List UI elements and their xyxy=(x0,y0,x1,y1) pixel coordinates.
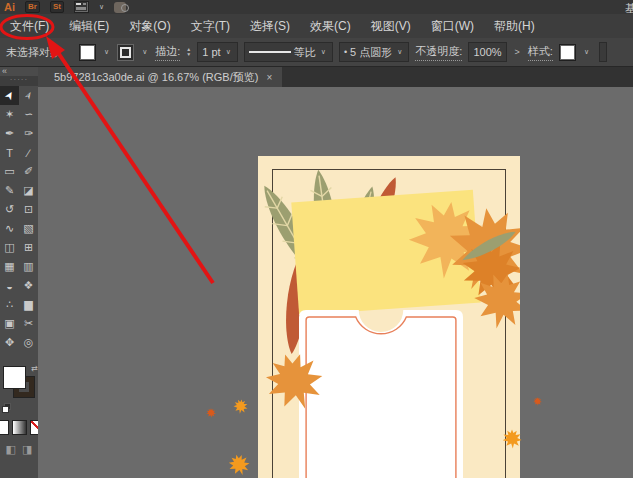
tool-magic-wand[interactable]: ✶ xyxy=(0,105,19,124)
tool-shaper[interactable]: ✎ xyxy=(0,181,19,200)
selection-icon: ➤ xyxy=(2,88,18,102)
variable-width-profile-dropdown[interactable]: 等比 ∨ xyxy=(244,42,333,62)
stroke-weight-field[interactable]: 1 pt ∨ xyxy=(197,42,237,62)
workspace-switcher-partial[interactable]: 基 xyxy=(625,1,633,16)
close-tab-icon[interactable]: × xyxy=(266,72,272,83)
perspective-grid-icon: ⊞ xyxy=(24,241,33,254)
opacity-field[interactable]: 100% xyxy=(468,42,506,62)
document-tab[interactable]: 5b97281c3a0de.ai @ 16.67% (RGB/预览) × xyxy=(38,67,282,87)
tool-scale[interactable]: ⊡ xyxy=(19,200,38,219)
menu-item-type[interactable]: 文字(T) xyxy=(181,18,240,35)
fill-color-swatch[interactable] xyxy=(79,44,96,61)
bridge-button[interactable]: Br xyxy=(25,1,40,13)
arrange-documents-icon[interactable] xyxy=(74,1,89,13)
blend-icon: ❖ xyxy=(24,279,34,292)
curvature-icon: ✑ xyxy=(24,127,33,140)
tool-blend[interactable]: ❖ xyxy=(19,276,38,295)
menu-item-select[interactable]: 选择(S) xyxy=(240,18,300,35)
menu-bar: 文件(F) 编辑(E) 对象(O) 文字(T) 选择(S) 效果(C) 视图(V… xyxy=(0,14,633,38)
width-profile-value: 等比 xyxy=(294,45,316,60)
draw-behind-icon[interactable]: ◨ xyxy=(22,443,32,456)
tool-artboard[interactable]: ▣ xyxy=(0,314,19,333)
draw-normal-icon[interactable]: ◧ xyxy=(6,443,16,456)
type-icon: T xyxy=(6,147,13,159)
screenshot-tool-icon[interactable] xyxy=(114,2,126,13)
tool-type[interactable]: T xyxy=(0,143,19,162)
opacity-label[interactable]: 不透明度: xyxy=(415,44,462,61)
gradient-button[interactable] xyxy=(12,420,27,435)
tool-paintbrush[interactable]: ✐ xyxy=(19,162,38,181)
stroke-chevron-icon[interactable]: ∨ xyxy=(140,48,149,56)
stroke-weight-chevron-icon[interactable]: ∨ xyxy=(224,48,233,56)
fill-proxy[interactable] xyxy=(3,366,26,389)
tool-eyedropper[interactable]: ◒ xyxy=(0,276,19,295)
drawing-modes: ◧ ◨ xyxy=(6,443,33,456)
brush-definition-dropdown[interactable]: • 5 点圆形 ∨ xyxy=(339,42,409,62)
slice-icon: ✂ xyxy=(24,317,33,330)
tool-curvature[interactable]: ✑ xyxy=(19,124,38,143)
menu-item-edit[interactable]: 编辑(E) xyxy=(59,18,119,35)
partial-control[interactable] xyxy=(599,42,607,62)
tool-zoom[interactable]: ◎ xyxy=(19,333,38,352)
no-selection-label: 未选择对象 xyxy=(6,45,61,60)
style-chevron-icon[interactable]: ∨ xyxy=(582,48,591,56)
canvas[interactable] xyxy=(38,87,633,478)
app-bar: Ai Br St ∨ 基 xyxy=(0,0,633,14)
zoom-icon: ◎ xyxy=(24,336,34,349)
default-fill-stroke-icon[interactable] xyxy=(2,403,11,412)
tool-direct-selection[interactable]: ➢ xyxy=(19,86,38,105)
tool-free-transform[interactable]: ▧ xyxy=(19,219,38,238)
brush-chevron-icon[interactable]: ∨ xyxy=(395,48,404,56)
tool-rectangle[interactable]: ▭ xyxy=(0,162,19,181)
tool-hand[interactable]: ✥ xyxy=(0,333,19,352)
opacity-value: 100% xyxy=(473,46,501,58)
chevron-down-icon[interactable]: ∨ xyxy=(99,3,104,11)
width-profile-chevron-icon[interactable]: ∨ xyxy=(319,48,328,56)
style-label[interactable]: 样式: xyxy=(528,44,553,61)
tool-eraser[interactable]: ◪ xyxy=(19,181,38,200)
tool-lasso[interactable]: ∽ xyxy=(19,105,38,124)
menu-item-effect[interactable]: 效果(C) xyxy=(300,18,361,35)
tool-width[interactable]: ∿ xyxy=(0,219,19,238)
stroke-weight-label[interactable]: 描边: xyxy=(155,44,180,61)
tool-selection[interactable]: ➤ xyxy=(0,86,19,105)
style-swatch[interactable] xyxy=(559,44,576,61)
tool-rotate[interactable]: ↺ xyxy=(0,200,19,219)
stroke-color-swatch[interactable] xyxy=(117,44,134,61)
menu-item-object[interactable]: 对象(O) xyxy=(119,18,180,35)
tool-mesh[interactable]: ▦ xyxy=(0,257,19,276)
magic-wand-icon: ✶ xyxy=(5,108,14,121)
swap-fill-stroke-icon[interactable]: ⇄ xyxy=(31,364,38,373)
fill-chevron-icon[interactable]: ∨ xyxy=(102,48,111,56)
tool-column-graph[interactable]: ▆ xyxy=(19,295,38,314)
eraser-icon: ◪ xyxy=(23,184,33,197)
tool-pen[interactable]: ✒ xyxy=(0,124,19,143)
hand-icon: ✥ xyxy=(5,336,14,349)
small-leaf xyxy=(206,408,216,418)
panel-grip[interactable]: ····· xyxy=(0,76,38,86)
menu-item-file[interactable]: 文件(F) xyxy=(0,18,59,35)
column-graph-icon: ▆ xyxy=(24,298,32,311)
stock-button[interactable]: St xyxy=(50,1,64,13)
tool-grid: ➤ ➢ ✶ ∽ ✒ ✑ T ∕ ▭ ✐ ✎ ◪ ↺ ⊡ ∿ ▧ ◫ ⊞ ▦ ▥ xyxy=(0,86,38,352)
stroke-weight-stepper[interactable]: ▲ ▼ xyxy=(186,47,191,57)
small-leaf xyxy=(226,452,253,478)
rectangle-icon: ▭ xyxy=(4,165,14,178)
artboard[interactable] xyxy=(258,156,520,478)
document-title: 5b97281c3a0de.ai @ 16.67% (RGB/预览) xyxy=(54,70,258,85)
menu-item-window[interactable]: 窗口(W) xyxy=(421,18,484,35)
tool-symbol-sprayer[interactable]: ∴ xyxy=(0,295,19,314)
opacity-more-icon[interactable]: > xyxy=(513,47,522,57)
small-leaf xyxy=(533,397,542,406)
rotate-icon: ↺ xyxy=(5,203,14,216)
stepper-down-icon[interactable]: ▼ xyxy=(186,52,191,57)
tool-perspective-grid[interactable]: ⊞ xyxy=(19,238,38,257)
tool-slice[interactable]: ✂ xyxy=(19,314,38,333)
fill-stroke-area: ⇄ xyxy=(2,366,36,408)
tool-gradient[interactable]: ▥ xyxy=(19,257,38,276)
color-button[interactable] xyxy=(0,420,9,435)
menu-item-view[interactable]: 视图(V) xyxy=(361,18,421,35)
tool-line-segment[interactable]: ∕ xyxy=(19,143,38,162)
menu-item-help[interactable]: 帮助(H) xyxy=(484,18,545,35)
tool-shape-builder[interactable]: ◫ xyxy=(0,238,19,257)
